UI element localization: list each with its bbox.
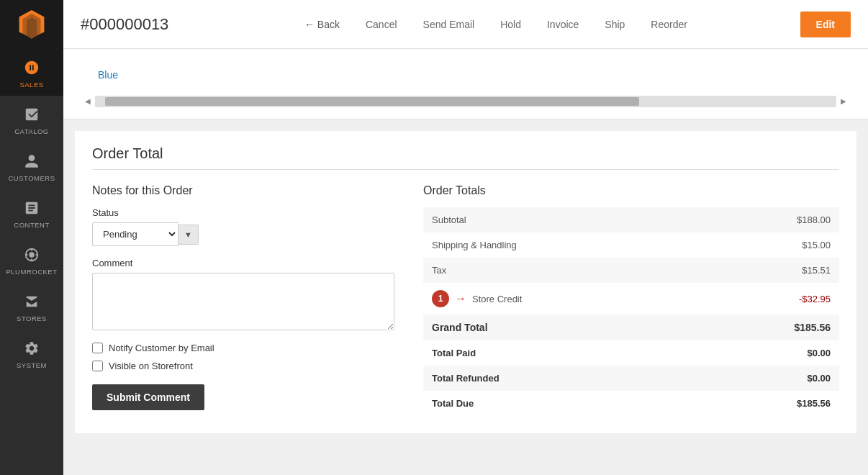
totals-row: Total Paid$0.00 bbox=[423, 340, 839, 366]
totals-label: Total Paid bbox=[423, 340, 700, 366]
reorder-button[interactable]: Reorder bbox=[638, 13, 700, 36]
notes-section: Notes for this Order Status Pending ▼ Co… bbox=[92, 184, 394, 416]
visible-storefront-row: Visible on Storefront bbox=[92, 361, 394, 371]
sidebar-item-stores[interactable]: STORES bbox=[0, 283, 63, 330]
sidebar-item-plumrocket[interactable]: PLUMROCKET bbox=[0, 236, 63, 283]
notify-email-label: Notify Customer by Email bbox=[109, 343, 214, 353]
totals-table: Subtotal$188.00Shipping & Handling$15.00… bbox=[423, 207, 839, 416]
page-content: Blue ◀ ▶ Order Total Notes for this Or bbox=[63, 49, 868, 475]
order-totals-section: Order Totals Subtotal$188.00Shipping & H… bbox=[423, 184, 839, 416]
blue-link[interactable]: Blue bbox=[81, 60, 851, 89]
comment-textarea[interactable] bbox=[92, 273, 394, 330]
cancel-button[interactable]: Cancel bbox=[353, 13, 410, 36]
notify-email-checkbox[interactable] bbox=[92, 343, 103, 353]
sales-icon bbox=[22, 58, 42, 78]
sidebar-item-plumrocket-label: PLUMROCKET bbox=[6, 268, 58, 276]
sidebar-item-stores-label: STORES bbox=[17, 315, 47, 322]
scroll-area: ◀ ▶ bbox=[63, 89, 868, 119]
totals-row: Total Refunded$0.00 bbox=[423, 366, 839, 391]
status-select-wrap: Pending ▼ bbox=[92, 222, 394, 246]
svg-point-4 bbox=[29, 252, 34, 257]
totals-value: $15.51 bbox=[700, 258, 839, 283]
blue-link-area: Blue bbox=[63, 49, 868, 89]
hold-button[interactable]: Hold bbox=[487, 13, 534, 36]
visible-storefront-checkbox[interactable] bbox=[92, 361, 103, 371]
sidebar-item-customers-label: CUSTOMERS bbox=[8, 174, 55, 182]
submit-comment-button[interactable]: Submit Comment bbox=[92, 384, 204, 410]
totals-label: Total Refunded bbox=[423, 366, 700, 391]
topbar: #000000013 ← Back Cancel Send Email Hold… bbox=[63, 0, 868, 49]
annotation-arrow: → bbox=[455, 292, 466, 305]
totals-row: 1→Store Credit-$32.95 bbox=[423, 283, 839, 315]
sidebar-item-system-label: SYSTEM bbox=[17, 361, 47, 369]
totals-row: Grand Total$185.56 bbox=[423, 315, 839, 340]
totals-label: Grand Total bbox=[423, 315, 700, 340]
totals-value: $0.00 bbox=[700, 340, 839, 366]
totals-label: Subtotal bbox=[423, 207, 700, 232]
sidebar-item-content[interactable]: CONTENT bbox=[0, 189, 63, 236]
annotation-bubble: 1 bbox=[432, 290, 449, 307]
sidebar-item-catalog[interactable]: CATALOG bbox=[0, 96, 63, 142]
totals-value: $185.56 bbox=[700, 391, 839, 416]
status-select[interactable]: Pending bbox=[92, 222, 178, 246]
scroll-right-arrow[interactable]: ▶ bbox=[836, 95, 851, 107]
order-number: #000000013 bbox=[81, 15, 168, 34]
visible-storefront-label: Visible on Storefront bbox=[109, 361, 193, 371]
totals-label: Total Due bbox=[423, 391, 700, 416]
totals-value: $15.00 bbox=[700, 232, 839, 258]
back-button[interactable]: ← Back bbox=[291, 13, 353, 36]
edit-button[interactable]: Edit bbox=[800, 12, 851, 37]
ship-button[interactable]: Ship bbox=[592, 13, 638, 36]
catalog-icon bbox=[22, 104, 42, 125]
svg-marker-2 bbox=[27, 17, 37, 39]
order-total-title: Order Total bbox=[92, 145, 839, 170]
totals-value: $0.00 bbox=[700, 366, 839, 391]
sidebar-item-sales[interactable]: SALES bbox=[0, 49, 63, 96]
topbar-actions: ← Back Cancel Send Email Hold Invoice Sh… bbox=[191, 13, 800, 36]
send-email-button[interactable]: Send Email bbox=[410, 13, 488, 36]
scroll-arrows: ◀ ▶ bbox=[81, 95, 851, 107]
totals-row: Tax$15.51 bbox=[423, 258, 839, 283]
sidebar-item-catalog-label: CATALOG bbox=[14, 127, 49, 135]
store-credit-label: Store Credit bbox=[472, 294, 522, 304]
sidebar: SALES CATALOG CUSTOMERS CONTENT PLUMROCK… bbox=[0, 0, 63, 475]
totals-row: Subtotal$188.00 bbox=[423, 207, 839, 232]
stores-icon bbox=[22, 291, 42, 312]
totals-label: Tax bbox=[423, 258, 700, 283]
notes-title: Notes for this Order bbox=[92, 184, 394, 197]
sidebar-item-sales-label: SALES bbox=[19, 81, 43, 89]
annotation-wrapper: 1→Store Credit bbox=[432, 290, 692, 307]
comment-label: Comment bbox=[92, 258, 394, 268]
status-label: Status bbox=[92, 207, 394, 218]
totals-row: Total Due$185.56 bbox=[423, 391, 839, 416]
order-total-section: Order Total Notes for this Order Status … bbox=[63, 131, 868, 448]
horizontal-scrollbar[interactable] bbox=[95, 96, 836, 107]
notify-email-row: Notify Customer by Email bbox=[92, 343, 394, 353]
sidebar-logo bbox=[0, 0, 63, 49]
status-dropdown-button[interactable]: ▼ bbox=[178, 225, 199, 245]
totals-value: $185.56 bbox=[700, 315, 839, 340]
sidebar-item-customers[interactable]: CUSTOMERS bbox=[0, 142, 63, 189]
order-total-container: Order Total Notes for this Order Status … bbox=[75, 131, 856, 433]
totals-value: $188.00 bbox=[700, 207, 839, 232]
scroll-left-arrow[interactable]: ◀ bbox=[81, 95, 95, 107]
two-col-layout: Notes for this Order Status Pending ▼ Co… bbox=[92, 184, 839, 416]
content-icon bbox=[22, 198, 42, 218]
totals-value: -$32.95 bbox=[700, 283, 839, 315]
sidebar-item-system[interactable]: SYSTEM bbox=[0, 330, 63, 376]
totals-label: Shipping & Handling bbox=[423, 232, 700, 258]
invoice-button[interactable]: Invoice bbox=[534, 13, 592, 36]
totals-title: Order Totals bbox=[423, 184, 839, 197]
totals-label: 1→Store Credit bbox=[423, 283, 700, 315]
main-area: #000000013 ← Back Cancel Send Email Hold… bbox=[63, 0, 868, 475]
totals-row: Shipping & Handling$15.00 bbox=[423, 232, 839, 258]
system-icon bbox=[22, 338, 42, 358]
plumrocket-icon bbox=[22, 245, 42, 265]
sidebar-item-content-label: CONTENT bbox=[14, 221, 49, 229]
customers-icon bbox=[22, 151, 42, 171]
